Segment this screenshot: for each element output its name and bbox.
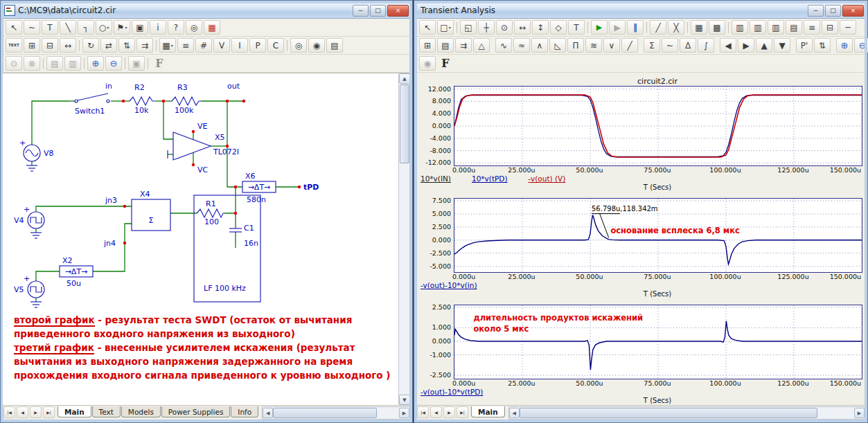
pulse-wave-icon[interactable]: Π <box>567 38 584 53</box>
cursor-left-icon[interactable]: ◀ <box>720 38 736 53</box>
point-to-point-icon[interactable]: ◎ <box>186 20 202 35</box>
flag-tool-icon[interactable]: ⚑▾ <box>114 20 130 35</box>
performance-tag-icon[interactable]: ◇ <box>550 20 567 35</box>
one-plot-icon[interactable]: ▦ <box>691 20 707 35</box>
ruler-mode-icon[interactable]: ╳ <box>668 20 684 35</box>
noise-wave-icon[interactable]: ≋ <box>585 38 602 53</box>
prev-page-button[interactable]: ◀ <box>17 406 28 418</box>
pause-button[interactable]: ‖ <box>627 20 644 35</box>
zoom-out-icon[interactable]: ⊖ <box>105 56 122 71</box>
horizontal-scroll-thumb[interactable] <box>520 408 817 418</box>
zoom-out-icon[interactable]: ⊖ <box>854 38 868 53</box>
ramp-wave-icon[interactable]: ╱ <box>621 38 638 53</box>
text-tool-icon[interactable]: T <box>568 20 585 35</box>
tab-main[interactable]: Main <box>471 406 505 417</box>
stepping-icon[interactable]: ⇉ <box>455 38 472 53</box>
fft-icon[interactable]: Σ <box>644 38 660 53</box>
copy-to-front-icon[interactable]: ▤ <box>46 56 63 71</box>
plot-area-2[interactable]: 56.798u,118.342mоснование всплеска 6,8 м… <box>454 198 862 273</box>
point-tag-icon[interactable]: ⊙ <box>496 20 513 35</box>
horizontal-tag-icon[interactable]: ↔ <box>514 20 531 35</box>
damped-wave-icon[interactable]: ≈ <box>513 38 530 53</box>
component-menu-icon[interactable]: □▾ <box>437 20 454 35</box>
pan-tool-icon[interactable]: ↔ <box>60 38 76 53</box>
scroll-down-arrow[interactable]: ▼ <box>399 395 410 405</box>
cursor-mode-icon[interactable]: ┼ <box>478 20 495 35</box>
scale-mode-icon[interactable]: ◱ <box>460 20 477 35</box>
integral-icon[interactable]: ∫ <box>698 38 714 53</box>
vertical-tag-icon[interactable]: ↕ <box>532 20 549 35</box>
back-state-icon[interactable]: ⊙ <box>6 56 22 71</box>
bus-icon[interactable]: ≡ <box>177 38 194 53</box>
horizontal-scrollbar[interactable]: ◀ ▶ <box>262 406 410 420</box>
color-palette-icon[interactable]: ▦ <box>204 20 220 35</box>
peak-icon[interactable]: ▲ <box>756 38 772 53</box>
smoothing-icon[interactable]: ~ <box>662 38 678 53</box>
triangle-wave-icon[interactable]: ∧ <box>531 38 548 53</box>
limits-icon[interactable]: ▤ <box>437 38 454 53</box>
text-tool-icon[interactable]: T <box>42 20 58 35</box>
next-page-button[interactable]: ▶ <box>30 406 42 418</box>
last-page-button[interactable]: ▶| <box>43 406 55 418</box>
scroll-right-arrow[interactable]: ▶ <box>399 408 409 418</box>
scroll-right-arrow[interactable]: ▶ <box>854 408 865 418</box>
first-page-button[interactable]: |◀ <box>417 406 429 418</box>
zoom-in-icon[interactable]: ⊕ <box>87 56 104 71</box>
last-page-button[interactable]: ▶| <box>457 406 468 418</box>
maximize-button[interactable]: □ <box>370 5 386 17</box>
font-button[interactable]: F <box>437 56 454 71</box>
line-mode-icon[interactable]: ╱ <box>650 20 666 35</box>
optimize-icon[interactable]: △ <box>473 38 490 53</box>
scroll-up-arrow[interactable]: ▲ <box>399 73 410 84</box>
data-points-icon[interactable]: P' <box>796 38 813 53</box>
vertical-scroll-thumb[interactable] <box>400 84 409 163</box>
run-button[interactable]: ▶ <box>591 20 608 35</box>
schematic-titlebar[interactable]: C:\MC9\data\circuit2.cir − □ × <box>3 3 410 19</box>
select-tool-icon[interactable]: ↖ <box>6 20 22 35</box>
current-icon[interactable]: I <box>231 38 248 53</box>
scroll-left-arrow[interactable]: ◀ <box>263 408 273 418</box>
node-numbers-icon[interactable]: # <box>195 38 212 53</box>
scope-mode-icon[interactable]: ◉ <box>419 56 436 71</box>
next-page-button[interactable]: ▶ <box>443 406 455 418</box>
picture-tool-icon[interactable]: ▣ <box>132 20 148 35</box>
tab-power-supplies[interactable]: Power Supplies <box>161 406 231 417</box>
single-axis-icon[interactable]: ⊟ <box>822 20 838 35</box>
power-icon[interactable]: P <box>249 38 266 53</box>
first-page-button[interactable]: |◀ <box>3 406 15 418</box>
wire-tool-icon[interactable]: ~ <box>24 20 40 35</box>
find-next-icon[interactable]: ◉ <box>308 38 325 53</box>
sort-icon[interactable]: ⇅ <box>814 38 831 53</box>
select-tool-icon[interactable]: ↖ <box>419 20 436 35</box>
bring-front-icon[interactable]: ⊞ <box>24 38 40 53</box>
spike-wave-icon[interactable]: ∨ <box>603 38 620 53</box>
horizontal-scroll-thumb[interactable] <box>273 408 377 418</box>
horizontal-scrollbar[interactable]: ◀ ▶ <box>508 406 865 420</box>
font-button[interactable]: F <box>151 56 168 71</box>
sawtooth-wave-icon[interactable]: ◺ <box>549 38 566 53</box>
panel-2-icon[interactable]: ▥ <box>750 20 766 35</box>
prev-page-button[interactable]: ◀ <box>430 406 442 418</box>
mirror-x-icon[interactable]: ⇄ <box>100 38 117 53</box>
scroll-left-arrow[interactable]: ◀ <box>509 408 520 418</box>
text-stencil-icon[interactable]: TEXT <box>6 38 22 53</box>
analysis-titlebar[interactable]: Transient Analysis − □ × <box>416 3 865 19</box>
vertical-scrollbar[interactable]: ▲ ▼ <box>398 73 410 405</box>
schematic-canvas[interactable]: in Switch1 R2 10k R3 100k out X5 TL072I … <box>3 73 398 405</box>
step-button[interactable]: ▶ <box>609 20 626 35</box>
multi-plot-icon[interactable]: ▩ <box>709 20 725 35</box>
tab-text[interactable]: Text <box>92 406 121 417</box>
condition-icon[interactable]: C <box>267 38 284 53</box>
panel-3-icon[interactable]: ▥ <box>768 20 784 35</box>
valley-icon[interactable]: ▼ <box>774 38 790 53</box>
minimize-button[interactable]: − <box>353 5 369 17</box>
plot-area-1[interactable] <box>454 86 862 166</box>
clear-state-icon[interactable]: ⊗ <box>24 56 40 71</box>
zoom-in-icon[interactable]: ⊕ <box>836 38 853 53</box>
camera-icon[interactable]: ▣ <box>128 56 145 71</box>
shapes-tool-icon[interactable]: ○▾ <box>96 20 112 35</box>
tab-info[interactable]: Info <box>231 406 258 417</box>
sheet-info-icon[interactable]: ▤ <box>326 38 343 53</box>
sine-wave-icon[interactable]: ∿ <box>495 38 512 53</box>
step-part-icon[interactable]: ⇉ <box>136 38 153 53</box>
